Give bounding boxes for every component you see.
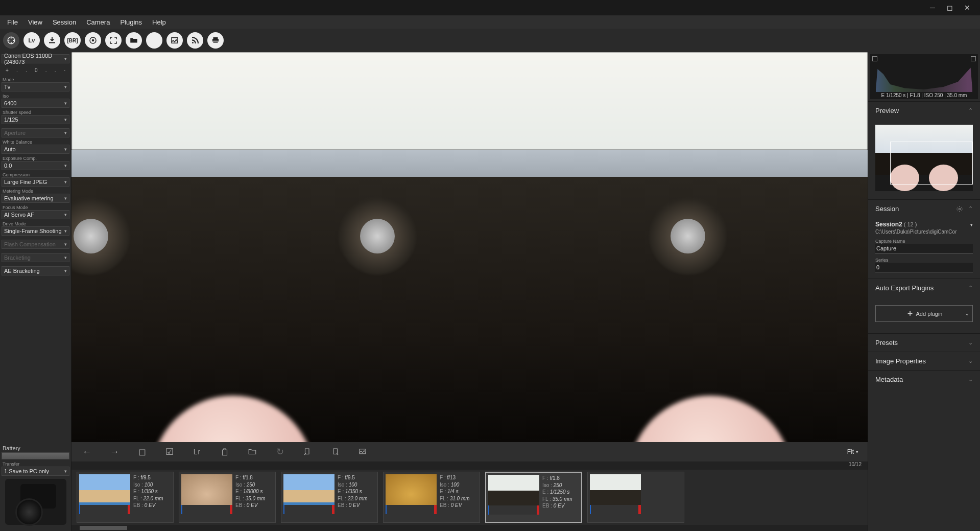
unselect-button[interactable]: ◻ — [136, 446, 148, 458]
capture-button[interactable] — [3, 32, 19, 49]
drive-label: Drive Mode — [2, 221, 69, 226]
add-plugin-button[interactable]: ＋ Add plugin ⌄ — [875, 305, 973, 322]
svg-point-8 — [959, 208, 961, 210]
delete-button[interactable] — [219, 446, 231, 458]
thumb-image — [181, 474, 232, 514]
next-image-button[interactable]: → — [108, 446, 121, 458]
thumb-meta: F : f/9.5Iso : 100E : 1/350 sFL : 22.0 m… — [338, 474, 368, 520]
target-button[interactable] — [85, 32, 101, 49]
image-button[interactable] — [166, 32, 183, 49]
menu-view[interactable]: View — [23, 16, 47, 28]
aebracketing-select[interactable]: AE Bracketing▾ — [2, 266, 69, 275]
close-button[interactable]: ✕ — [959, 0, 976, 15]
center-area: ← → ◻ ☑ Lr ↻ Fit ▾ 10/12 F : f/9.5Iso : … — [71, 52, 868, 531]
thumbnail[interactable] — [587, 472, 684, 523]
transfer-label: Transfer — [2, 461, 69, 467]
menu-bar: File View Session Camera Plugins Help — [0, 15, 980, 29]
rss-button[interactable] — [187, 32, 203, 49]
thumbnail[interactable]: F : f/9.5Iso : 100E : 1/350 sFL : 22.0 m… — [77, 472, 174, 523]
thumb-meta: F : f/1.8Iso : 250E : 1/1250 sFL : 35.0 … — [542, 475, 572, 520]
camera-thumbnail — [5, 479, 66, 525]
thumbnail-strip[interactable]: F : f/9.5Iso : 100E : 1/350 sFL : 22.0 m… — [71, 470, 868, 525]
thumb-counter: 10/12 — [71, 461, 868, 470]
shadow-clip-icon[interactable] — [971, 56, 976, 61]
presets-section-header[interactable]: Presets ⌄ — [868, 334, 980, 352]
focus-label: Focus Mode — [2, 205, 69, 210]
preview-toolbar: ← → ◻ ☑ Lr ↻ Fit ▾ — [71, 442, 868, 461]
image-preview[interactable] — [71, 52, 868, 442]
thumb-meta: F : f/1.8Iso : 250E : 1/8000 sFL : 35.0 … — [235, 474, 266, 520]
focus-select[interactable]: AI Servo AF▾ — [2, 210, 69, 219]
toolbar: Lv [BR] — [0, 29, 980, 52]
transfer-select[interactable]: 1.Save to PC only▾ — [2, 467, 69, 476]
rotate-right-button[interactable] — [329, 446, 341, 458]
menu-help[interactable]: Help — [147, 16, 171, 28]
astro-button[interactable] — [146, 32, 162, 49]
open-folder-button[interactable] — [246, 446, 258, 458]
capture-name-input[interactable] — [875, 244, 973, 253]
liveview-button[interactable]: Lv — [23, 32, 40, 49]
preview-navigator[interactable] — [875, 125, 973, 191]
expcomp-label: Exposure Comp. — [2, 156, 69, 161]
shutter-label: Shutter speed — [2, 110, 69, 115]
svg-point-4 — [192, 42, 194, 43]
imageprops-section-header[interactable]: Image Properties ⌄ — [868, 352, 980, 370]
histogram[interactable]: E 1/1250 s | F1.8 | ISO 250 | 35.0 mm — [870, 54, 978, 99]
camera-select[interactable]: Canon EOS 1100D (243073▾ — [2, 54, 69, 63]
thumb-scrollbar[interactable] — [71, 525, 868, 531]
metadata-section-header[interactable]: Metadata ⌄ — [868, 371, 980, 388]
thumb-image — [283, 474, 334, 514]
print-button[interactable] — [207, 32, 224, 49]
camera-name: Canon EOS 1100D (243073 — [4, 53, 64, 65]
thumbnail[interactable]: F : f/1.8Iso : 250E : 1/8000 sFL : 35.0 … — [179, 472, 276, 523]
autoexport-section-header[interactable]: Auto Export Plugins ⌃ — [868, 279, 980, 297]
rotate-left-button[interactable] — [301, 446, 314, 458]
ev-slider[interactable]: + . . 0 . . - — [2, 65, 69, 75]
thumbnail[interactable]: F : f/9.5Iso : 100E : 1/350 sFL : 22.0 m… — [281, 472, 378, 523]
menu-file[interactable]: File — [2, 16, 23, 28]
session-name-row[interactable]: Session2 ( 12 ) ▾ — [875, 221, 973, 228]
zoom-fit-select[interactable]: Fit ▾ — [847, 448, 858, 455]
drive-select[interactable]: Single-Frame Shooting▾ — [2, 226, 69, 236]
thumb-meta: F : f/13Iso : 100E : 1/4 sFL : 31.0 mmEB… — [440, 474, 470, 520]
metering-select[interactable]: Evaluative metering▾ — [2, 194, 69, 203]
compression-select[interactable]: Large Fine JPEG▾ — [2, 177, 69, 187]
bracketing-select: Bracketing▾ — [2, 253, 69, 262]
thumbnail[interactable]: F : f/13Iso : 100E : 1/4 sFL : 31.0 mmEB… — [383, 472, 480, 523]
session-section-header[interactable]: Session ⌃ — [868, 200, 980, 218]
gear-icon[interactable] — [956, 205, 963, 213]
capture-name-label: Capture Name — [875, 239, 973, 244]
edit-image-button[interactable] — [356, 446, 369, 458]
menu-session[interactable]: Session — [47, 16, 81, 28]
title-bar: ─ ◻ ✕ — [0, 0, 980, 15]
menu-camera[interactable]: Camera — [81, 16, 115, 28]
chevron-up-icon: ⌃ — [968, 107, 973, 114]
expcomp-select[interactable]: 0.0▾ — [2, 161, 69, 170]
battery-bar — [2, 452, 69, 459]
session-path: C:\Users\Duka\Pictures\digiCamCor — [875, 229, 973, 235]
wb-select[interactable]: Auto▾ — [2, 145, 69, 154]
thumbnail[interactable]: F : f/1.8Iso : 250E : 1/1250 sFL : 35.0 … — [485, 472, 582, 523]
fullscreen-button[interactable] — [105, 32, 122, 49]
download-button[interactable] — [44, 32, 60, 49]
lightroom-button[interactable]: Lr — [191, 446, 203, 458]
highlight-clip-icon[interactable] — [872, 56, 877, 61]
select-button[interactable]: ☑ — [163, 446, 176, 458]
plus-icon: ＋ — [906, 308, 914, 319]
histogram-info: E 1/1250 s | F1.8 | ISO 250 | 35.0 mm — [870, 93, 978, 98]
right-panel: E 1/1250 s | F1.8 | ISO 250 | 35.0 mm Pr… — [868, 52, 980, 531]
prev-image-button[interactable]: ← — [81, 446, 93, 458]
thumb-image — [488, 475, 539, 515]
maximize-button[interactable]: ◻ — [941, 0, 959, 15]
series-input[interactable] — [875, 263, 973, 272]
mode-select[interactable]: Tv▾ — [2, 82, 69, 91]
bracket-button[interactable]: [BR] — [64, 32, 81, 49]
iso-select[interactable]: 6400▾ — [2, 99, 69, 108]
minimize-button[interactable]: ─ — [924, 0, 941, 15]
menu-plugins[interactable]: Plugins — [115, 16, 147, 28]
shutter-select[interactable]: 1/125▾ — [2, 115, 69, 124]
preview-section-header[interactable]: Preview ⌃ — [868, 102, 980, 120]
refresh-button[interactable]: ↻ — [274, 446, 286, 458]
compression-label: Compression — [2, 172, 69, 177]
folder-button[interactable] — [126, 32, 142, 49]
